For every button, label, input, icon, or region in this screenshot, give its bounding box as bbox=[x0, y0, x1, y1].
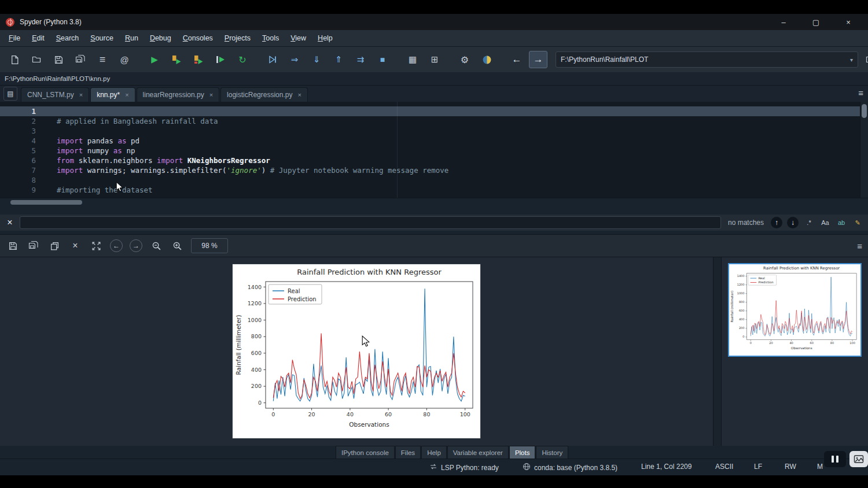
debug-file-icon[interactable] bbox=[263, 51, 282, 68]
pane-tab-files[interactable]: Files bbox=[395, 446, 421, 459]
close-tab-icon[interactable]: × bbox=[125, 91, 128, 98]
code-line[interactable]: 9#importing the dataset bbox=[0, 185, 868, 195]
find-symbols-icon[interactable]: @ bbox=[115, 51, 134, 68]
menu-search[interactable]: Search bbox=[51, 32, 84, 45]
minimize-button[interactable]: – bbox=[778, 18, 789, 27]
save-file-icon[interactable] bbox=[49, 51, 68, 68]
save-all-icon[interactable] bbox=[71, 51, 90, 68]
zoom-out-icon[interactable] bbox=[149, 239, 163, 253]
code-line[interactable]: 2# applied in Bangladesh rainfall data bbox=[0, 116, 868, 126]
code-line[interactable]: 1 bbox=[0, 106, 868, 116]
find-next-icon[interactable]: ↓ bbox=[787, 217, 799, 228]
plot-thumbnail[interactable]: 0204060801000200400600800100012001400Rai… bbox=[728, 263, 862, 357]
code-line[interactable]: 8 bbox=[0, 175, 868, 185]
close-tab-icon[interactable]: × bbox=[209, 91, 213, 98]
preferences-icon[interactable]: ⚙ bbox=[455, 51, 475, 68]
save-all-plots-icon[interactable] bbox=[27, 239, 41, 253]
menu-edit[interactable]: Edit bbox=[27, 32, 50, 45]
code-line[interactable]: 6from sklearn.neighbors import KNeighbor… bbox=[0, 156, 868, 165]
open-file-icon[interactable] bbox=[27, 51, 46, 68]
continue-execution-icon[interactable]: ⇉ bbox=[351, 51, 370, 68]
forward-icon[interactable]: → bbox=[529, 51, 547, 68]
scrollbar-thumb[interactable] bbox=[10, 200, 82, 205]
close-tab-icon[interactable]: × bbox=[79, 91, 83, 98]
menu-view[interactable]: View bbox=[285, 32, 311, 45]
pause-button[interactable] bbox=[824, 451, 846, 467]
editor-tab-knn-py-[interactable]: knn.py*× bbox=[90, 87, 135, 102]
file-switcher-icon[interactable]: ≡ bbox=[93, 51, 112, 68]
find-input[interactable] bbox=[20, 216, 721, 229]
code-line[interactable]: 3 bbox=[0, 126, 868, 136]
menu-projects[interactable]: Projects bbox=[219, 32, 256, 45]
editor-tab-linearregression-py[interactable]: linearRegression.py× bbox=[137, 87, 220, 102]
stop-debugging-icon[interactable]: ■ bbox=[373, 51, 392, 68]
plots-options-menu-icon[interactable]: ≡ bbox=[857, 241, 862, 251]
working-directory-combo[interactable]: F:\PythonRun\Rainfall\PLOT ▾ bbox=[556, 51, 858, 68]
svg-text:20: 20 bbox=[308, 411, 315, 417]
remove-all-plots-icon[interactable] bbox=[89, 239, 103, 253]
menu-consoles[interactable]: Consoles bbox=[178, 32, 218, 45]
code-line[interactable]: 7import warnings; warnings.simplefilter(… bbox=[0, 165, 868, 175]
case-sensitive-icon[interactable]: Aa bbox=[819, 217, 831, 228]
code-line[interactable]: 5import numpy as np bbox=[0, 146, 868, 156]
step-into-icon[interactable]: ⇓ bbox=[307, 51, 326, 68]
code-text bbox=[45, 175, 57, 185]
python-path-manager-icon[interactable] bbox=[477, 51, 496, 68]
step-return-icon[interactable]: ⇑ bbox=[329, 51, 348, 68]
svg-text:800: 800 bbox=[739, 300, 745, 304]
re-run-cell-icon[interactable]: ↻ bbox=[233, 51, 252, 68]
new-file-icon[interactable] bbox=[5, 51, 24, 68]
menu-tools[interactable]: Tools bbox=[257, 32, 284, 45]
svg-text:800: 800 bbox=[251, 333, 262, 339]
highlight-matches-icon[interactable]: ✎ bbox=[852, 217, 863, 228]
fullscreen-icon[interactable]: ⊞ bbox=[425, 51, 444, 68]
run-cell-icon[interactable] bbox=[167, 51, 186, 68]
svg-text:40: 40 bbox=[789, 341, 793, 345]
run-file-icon[interactable]: ▶ bbox=[145, 51, 164, 68]
menu-source[interactable]: Source bbox=[85, 32, 119, 45]
editor-options-menu-icon[interactable]: ≡ bbox=[858, 88, 863, 98]
pane-tab-plots[interactable]: Plots bbox=[509, 446, 536, 459]
previous-plot-icon[interactable]: ← bbox=[110, 239, 123, 252]
whole-words-icon[interactable]: ab bbox=[836, 217, 847, 228]
close-tab-icon[interactable]: × bbox=[297, 91, 301, 98]
screenshot-button[interactable] bbox=[849, 451, 868, 467]
code-editor[interactable]: 12# applied in Bangladesh rainfall data3… bbox=[0, 102, 868, 198]
close-button[interactable]: × bbox=[843, 18, 854, 27]
menu-run[interactable]: Run bbox=[120, 32, 144, 45]
close-find-icon[interactable]: × bbox=[5, 217, 15, 228]
pane-tab-help[interactable]: Help bbox=[421, 446, 447, 459]
interpreter-status[interactable]: conda: base (Python 3.8.5) bbox=[523, 463, 617, 472]
editor-horizontal-scrollbar[interactable] bbox=[0, 198, 868, 206]
step-over-icon[interactable]: ⇒ bbox=[285, 51, 304, 68]
scrollbar-thumb[interactable] bbox=[862, 104, 867, 118]
code-line[interactable]: 4import pandas as pd bbox=[0, 136, 868, 146]
run-selection-icon[interactable] bbox=[211, 51, 230, 68]
run-cell-advance-icon[interactable] bbox=[189, 51, 208, 68]
pane-tab-ipython-console[interactable]: IPython console bbox=[336, 446, 395, 459]
remove-plot-icon[interactable]: × bbox=[68, 239, 82, 253]
save-plot-icon[interactable] bbox=[6, 239, 20, 253]
zoom-in-icon[interactable] bbox=[170, 239, 184, 253]
editor-tab-cnn-lstm-py[interactable]: CNN_LSTM.py× bbox=[21, 87, 89, 102]
editor-vertical-scrollbar[interactable] bbox=[860, 102, 868, 198]
editor-tab-logisticregression-py[interactable]: logisticRegression.py× bbox=[220, 87, 308, 102]
menu-file[interactable]: File bbox=[3, 32, 25, 45]
pane-tab-variable-explorer[interactable]: Variable explorer bbox=[447, 446, 509, 459]
copy-plot-icon[interactable] bbox=[47, 239, 61, 253]
next-plot-icon[interactable]: → bbox=[130, 239, 142, 252]
regex-icon[interactable]: .* bbox=[803, 217, 815, 228]
browse-tabs-icon[interactable]: ▤ bbox=[3, 87, 17, 101]
back-icon[interactable]: ← bbox=[507, 51, 527, 68]
plots-scrollbar[interactable] bbox=[713, 257, 722, 446]
menu-help[interactable]: Help bbox=[312, 32, 338, 45]
maximize-button[interactable]: ▢ bbox=[810, 18, 822, 27]
menu-debug[interactable]: Debug bbox=[145, 32, 176, 45]
pane-tab-history[interactable]: History bbox=[536, 446, 568, 459]
maximize-pane-icon[interactable]: ▦ bbox=[403, 51, 422, 68]
screenshot: { "glyphs": {"hamburger": "≡", "chevron_… bbox=[0, 0, 868, 488]
svg-text:Rainfall (millimeter): Rainfall (millimeter) bbox=[730, 291, 734, 323]
overlay-controls bbox=[824, 451, 868, 467]
browse-directory-icon[interactable] bbox=[860, 51, 868, 68]
find-previous-icon[interactable]: ↑ bbox=[771, 217, 782, 228]
